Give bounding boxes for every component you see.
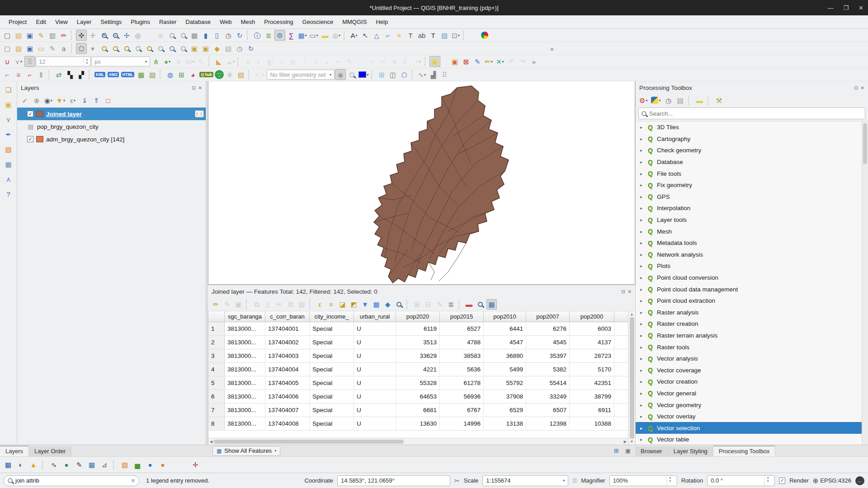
tab-layer-order[interactable]: Layer Order bbox=[29, 446, 71, 456]
toolbox-group-vector-geometry[interactable]: ▸QVector geometry bbox=[636, 399, 868, 411]
globe-cloud-icon[interactable]: ◍ bbox=[165, 69, 175, 80]
zoom-full-icon[interactable]: ✢ bbox=[121, 30, 132, 41]
table-cell[interactable]: 2 bbox=[208, 336, 225, 349]
zoom-out-icon[interactable]: − bbox=[110, 30, 121, 41]
expand-arrow-icon[interactable]: ▸ bbox=[640, 206, 644, 211]
image-frame-icon[interactable]: ▨ bbox=[439, 30, 450, 41]
menu-item-project[interactable]: Project bbox=[5, 17, 31, 27]
toolbox-group-vector-coverage[interactable]: ▸QVector coverage bbox=[636, 364, 868, 376]
vscroll-thumb[interactable] bbox=[630, 317, 634, 439]
menu-item-plugins[interactable]: Plugins bbox=[127, 17, 154, 27]
table-cell[interactable]: 137404001 bbox=[265, 322, 310, 335]
locator-clear-icon[interactable]: ⊗ bbox=[131, 478, 135, 483]
menu-item-web[interactable]: Web bbox=[216, 17, 236, 27]
expand-arrow-icon[interactable]: ▸ bbox=[640, 275, 644, 280]
expand-arrow-icon[interactable]: ▸ bbox=[640, 287, 644, 292]
menu-item-view[interactable]: View bbox=[51, 17, 72, 27]
attribute-hscrollbar[interactable]: ◀ ▶ bbox=[208, 438, 628, 445]
open-layer-styling-icon[interactable]: ✓ bbox=[20, 95, 30, 105]
save-style-icon[interactable]: ▣ bbox=[24, 43, 35, 54]
save-project-as-icon[interactable]: ✎ bbox=[36, 30, 47, 41]
table-cell[interactable]: 55414 bbox=[526, 376, 570, 389]
table-cell[interactable]: 38799 bbox=[570, 390, 614, 403]
expand-arrow-icon[interactable]: ▸ bbox=[640, 333, 644, 338]
history-icon[interactable]: ◷ bbox=[663, 95, 673, 105]
layers-panel-close-icon[interactable]: ✕ bbox=[198, 85, 202, 90]
column-header-pop2020[interactable]: pop2020 bbox=[396, 311, 440, 322]
field-calculator-icon[interactable]: ≣ bbox=[446, 299, 456, 310]
statistical-summary-icon[interactable]: ≣ bbox=[263, 30, 274, 41]
table-cell[interactable]: Special bbox=[310, 376, 354, 389]
expand-arrow-icon[interactable]: ▸ bbox=[640, 321, 644, 326]
table-cell[interactable]: 6911 bbox=[570, 404, 614, 417]
toolbox-group-vector-general[interactable]: ▸QVector general bbox=[636, 388, 868, 399]
table-cell[interactable]: 3813000... bbox=[225, 349, 265, 362]
table-cell[interactable]: 4221 bbox=[396, 363, 440, 376]
toolbox-group-mesh[interactable]: ▸QMesh bbox=[636, 225, 868, 237]
table-cell[interactable]: U bbox=[354, 417, 396, 430]
remove-layer-icon[interactable]: □ bbox=[103, 95, 113, 105]
style-manager-icon[interactable]: ✏ bbox=[58, 30, 69, 41]
toolbox-group-vector-overlay[interactable]: ▸QVector overlay bbox=[636, 411, 868, 422]
grid-add-icon[interactable]: ⊞ bbox=[176, 69, 187, 80]
shape-polygon-icon[interactable]: ⬠ bbox=[76, 43, 87, 54]
pin-labels-icon[interactable] bbox=[491, 30, 501, 41]
table-cell[interactable]: Special bbox=[310, 363, 354, 376]
swap-layers-icon[interactable]: ⇄ bbox=[53, 69, 64, 80]
table-cell[interactable]: 137404005 bbox=[265, 376, 310, 389]
table-cell[interactable]: 37908 bbox=[484, 390, 526, 403]
select-all-icon[interactable]: ≡ bbox=[326, 299, 336, 310]
slope-tool-1-icon[interactable]: ⌐ bbox=[2, 69, 13, 80]
zoom-edit-2-icon[interactable] bbox=[110, 43, 121, 54]
plugin-line-chart-icon[interactable]: ⊿ bbox=[99, 460, 110, 470]
add-mesh-layer-icon[interactable]: ⋏ bbox=[3, 174, 14, 184]
table-cell[interactable]: 14996 bbox=[440, 417, 484, 430]
tracing-fork-icon[interactable]: ⋔ bbox=[151, 56, 161, 67]
plugin-blue-table-icon[interactable]: ▦ bbox=[86, 460, 97, 470]
layout-manager-icon[interactable]: ▤ bbox=[13, 43, 24, 54]
open-project-icon[interactable]: ▤ bbox=[13, 30, 24, 41]
table-cell[interactable]: 61278 bbox=[440, 376, 484, 389]
conditional-format-icon[interactable]: ▬ bbox=[464, 299, 474, 310]
table-cell[interactable]: Special bbox=[310, 390, 354, 403]
hatch-tool-icon[interactable]: ⫴ bbox=[36, 69, 47, 80]
table-cell[interactable]: Special bbox=[310, 404, 354, 417]
new-map-view-icon[interactable]: ▦ bbox=[189, 30, 200, 41]
row3-overflow-icon[interactable]: » bbox=[528, 56, 539, 67]
expand-arrow-icon[interactable]: ▸ bbox=[640, 252, 644, 257]
table-cell[interactable]: 4547 bbox=[484, 336, 526, 349]
magnifier-field[interactable]: 100% ▲▼ bbox=[609, 475, 677, 486]
table-cell[interactable]: 3813000... bbox=[225, 322, 265, 335]
bw-grid-2-icon[interactable]: ▞ bbox=[76, 69, 87, 80]
chart-tool-icon[interactable]: ▟ bbox=[428, 69, 439, 80]
data-source-manager-icon[interactable]: ❏ bbox=[3, 84, 14, 95]
shield-star-icon[interactable]: ◆ bbox=[212, 43, 222, 54]
zoom-next-icon[interactable] bbox=[178, 30, 189, 41]
processing-scrollbar[interactable] bbox=[862, 122, 868, 445]
map-pencil-icon[interactable]: ▨ bbox=[236, 69, 246, 80]
table-cell[interactable]: 5636 bbox=[440, 363, 484, 376]
zoom-edit-5-icon[interactable] bbox=[144, 43, 155, 54]
expand-arrow-icon[interactable]: ▸ bbox=[640, 160, 644, 164]
table-cell[interactable]: Special bbox=[310, 322, 354, 335]
atlas-map-icon[interactable]: ▧ bbox=[147, 69, 158, 80]
form-annotation-icon[interactable]: ⊡▾ bbox=[450, 30, 461, 41]
plugin-orange-info-icon[interactable]: ● bbox=[157, 460, 168, 470]
zoom-prev-edit-icon[interactable] bbox=[166, 43, 177, 54]
table-cell[interactable]: 5382 bbox=[526, 363, 570, 376]
table-cell[interactable]: 38583 bbox=[440, 349, 484, 362]
table-cell[interactable]: 55792 bbox=[484, 376, 526, 389]
column-header-pop2010[interactable]: pop2010 bbox=[484, 311, 526, 322]
edit-yellow-icon[interactable]: ✏▾ bbox=[483, 56, 494, 67]
vertex-tool-polygon-icon[interactable]: △ bbox=[371, 30, 382, 41]
add-box-icon[interactable]: ⊞ bbox=[376, 69, 387, 80]
add-vector-layer-icon[interactable]: ⋎ bbox=[3, 114, 14, 125]
table-cell[interactable]: 55328 bbox=[396, 376, 440, 389]
table-cell[interactable]: Special bbox=[310, 349, 354, 362]
table-cell[interactable]: 3813000... bbox=[225, 363, 265, 376]
processing-toolbox-toggle-icon[interactable]: ⚙ bbox=[274, 30, 285, 41]
expand-all-icon[interactable]: ⇓ bbox=[80, 95, 90, 105]
table-cell[interactable]: 33249 bbox=[526, 390, 570, 403]
table-cell[interactable]: 137404006 bbox=[265, 390, 310, 403]
table-row[interactable]: 33813000...137404003SpecialU336293858336… bbox=[208, 349, 628, 363]
